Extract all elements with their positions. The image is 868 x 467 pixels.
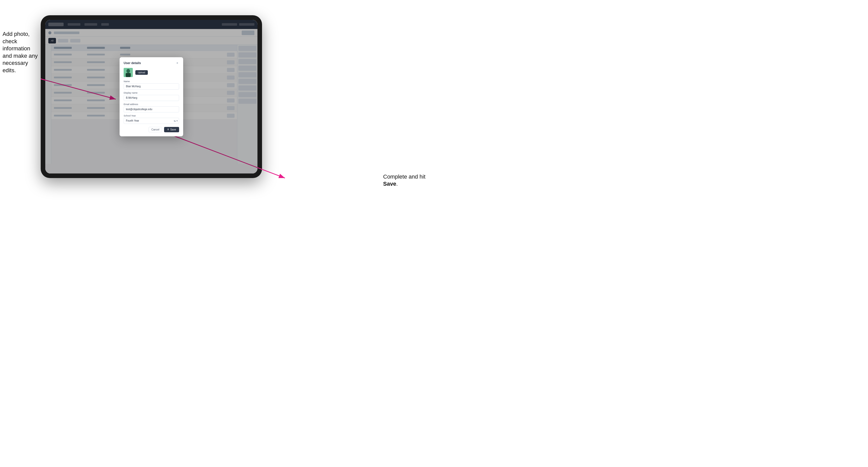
display-name-field-group: Display name	[124, 92, 179, 101]
select-arrow-icon[interactable]: ▲▼	[174, 120, 178, 122]
email-input[interactable]	[124, 106, 179, 113]
photo-row: Upload	[124, 68, 179, 77]
modal-overlay: User details × Uploa	[45, 20, 257, 174]
photo-thumbnail	[124, 68, 133, 77]
left-annotation: Add photo, check information and make an…	[3, 31, 41, 74]
tablet-device: All	[41, 15, 262, 178]
modal-footer: Cancel ⬆ Save	[124, 127, 179, 132]
right-annotation-save: Save	[383, 181, 396, 187]
save-icon: ⬆	[167, 128, 169, 131]
display-name-input[interactable]	[124, 95, 179, 101]
email-label: Email address	[124, 103, 179, 105]
right-annotation-text2: .	[396, 181, 398, 187]
name-field-group: Name	[124, 80, 179, 90]
school-year-select-wrapper: Fourth Year × ▲▼	[124, 118, 179, 124]
upload-photo-button[interactable]: Upload	[135, 70, 148, 75]
photo-svg	[124, 68, 133, 77]
name-label: Name	[124, 80, 179, 83]
school-year-select[interactable]: Fourth Year	[124, 118, 179, 124]
tablet-screen: All	[45, 20, 257, 174]
name-input[interactable]	[124, 84, 179, 90]
display-name-label: Display name	[124, 92, 179, 94]
cancel-button[interactable]: Cancel	[149, 127, 162, 132]
app-background: All	[45, 20, 257, 174]
modal-title: User details	[124, 61, 141, 65]
school-year-field-group: School Year Fourth Year × ▲▼	[124, 115, 179, 124]
svg-rect-2	[126, 73, 131, 77]
school-year-label: School Year	[124, 115, 179, 117]
email-field-group: Email address	[124, 103, 179, 113]
save-label: Save	[170, 128, 176, 131]
user-details-modal: User details × Uploa	[120, 57, 183, 136]
modal-title-bar: User details ×	[124, 61, 179, 65]
right-annotation-text1: Complete and hit	[383, 174, 425, 180]
right-annotation: Complete and hit Save.	[383, 173, 431, 188]
save-button[interactable]: ⬆ Save	[164, 127, 179, 132]
modal-close-button[interactable]: ×	[176, 61, 179, 65]
svg-point-1	[126, 69, 130, 73]
